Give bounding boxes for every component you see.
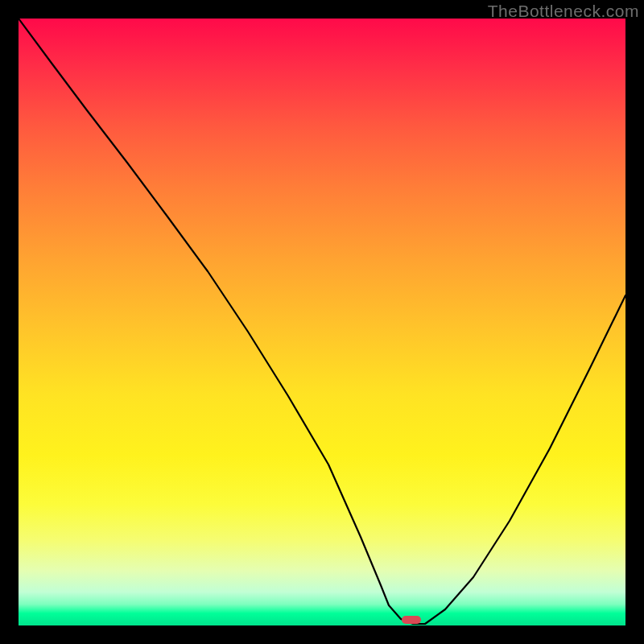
bottleneck-chart: TheBottleneck.com: [0, 0, 644, 644]
curve-layer: [19, 19, 625, 625]
plot-area: [19, 19, 625, 625]
min-marker: [402, 616, 421, 624]
bottleneck-curve: [19, 19, 625, 624]
